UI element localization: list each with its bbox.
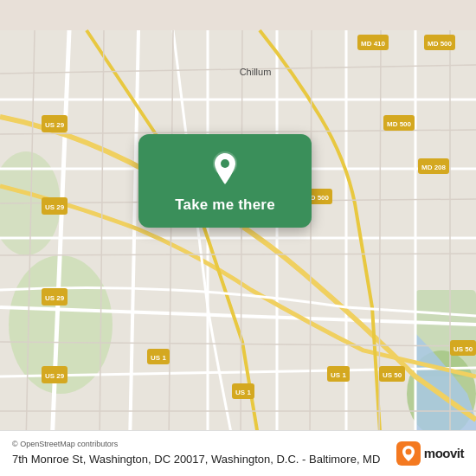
- svg-text:MD 208: MD 208: [421, 164, 447, 171]
- map-roads: US 29 US 29 US 29 US 29 US 1 US 1 US 1 U…: [0, 0, 476, 476]
- moovit-brand-text: moovit: [424, 446, 464, 460]
- take-me-there-label: Take me there: [175, 196, 275, 214]
- svg-text:MD 500: MD 500: [428, 40, 453, 48]
- svg-text:Chillum: Chillum: [240, 67, 272, 77]
- svg-text:US 50: US 50: [383, 371, 402, 379]
- svg-text:US 29: US 29: [45, 203, 65, 211]
- moovit-icon: [396, 441, 421, 466]
- svg-point-59: [221, 159, 229, 168]
- svg-text:US 29: US 29: [45, 121, 65, 129]
- moovit-logo: moovit: [396, 441, 464, 466]
- svg-text:US 29: US 29: [45, 372, 65, 380]
- svg-text:MD 500: MD 500: [387, 120, 412, 128]
- svg-text:US 1: US 1: [151, 354, 166, 362]
- bottom-bar-info: © OpenStreetMap contributors 7th Monroe …: [12, 440, 388, 467]
- svg-text:MD 410: MD 410: [361, 40, 386, 48]
- svg-text:US 29: US 29: [45, 294, 65, 302]
- svg-point-61: [405, 448, 411, 454]
- svg-text:US 50: US 50: [453, 345, 473, 353]
- map-container: US 29 US 29 US 29 US 29 US 1 US 1 US 1 U…: [0, 0, 476, 476]
- bottom-bar: © OpenStreetMap contributors 7th Monroe …: [0, 430, 476, 476]
- address-text: 7th Monroe St, Washington, DC 20017, Was…: [12, 452, 388, 467]
- take-me-there-button[interactable]: Take me there: [138, 134, 312, 228]
- svg-text:US 1: US 1: [235, 389, 251, 396]
- attribution-text: © OpenStreetMap contributors: [12, 440, 388, 448]
- location-pin-icon: [206, 150, 244, 188]
- svg-text:US 1: US 1: [331, 371, 346, 379]
